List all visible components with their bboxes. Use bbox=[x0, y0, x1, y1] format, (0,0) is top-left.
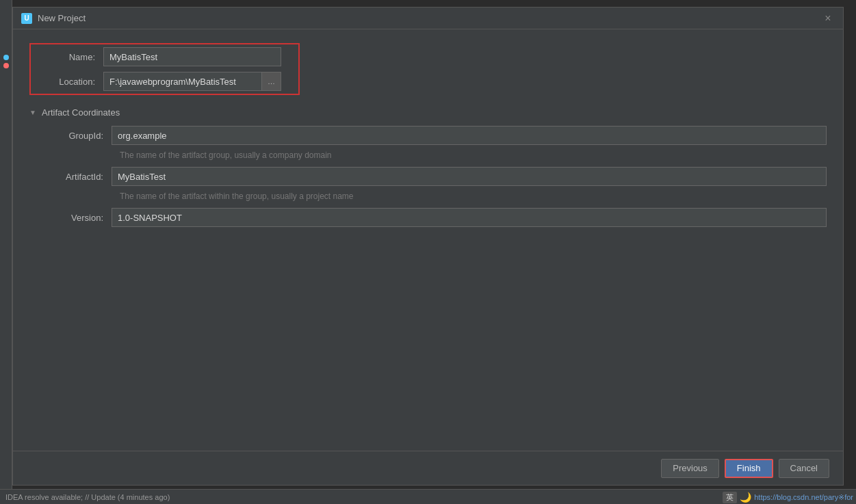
location-row: Location: … bbox=[35, 72, 294, 91]
artifact-section-title: Artifact Coordinates bbox=[42, 107, 120, 118]
project-icon: U bbox=[21, 13, 32, 24]
artifact-section-content: GroupId: The name of the artifact group,… bbox=[29, 126, 827, 227]
sidebar-strip bbox=[0, 0, 12, 504]
groupid-label: GroupId: bbox=[43, 131, 112, 141]
groupid-input[interactable] bbox=[112, 126, 827, 145]
location-label: Location: bbox=[35, 77, 103, 87]
artifactid-input[interactable] bbox=[112, 167, 827, 186]
browse-button[interactable]: … bbox=[262, 72, 281, 91]
lang-badge: 英 bbox=[723, 492, 737, 503]
status-right: 英 🌙 https://blog.csdn.net/pary※for bbox=[723, 490, 856, 504]
groupid-hint: The name of the artifact group, usually … bbox=[120, 150, 827, 160]
sidebar-dot bbox=[3, 55, 9, 60]
groupid-row: GroupId: bbox=[43, 126, 827, 145]
name-location-highlight-box: Name: Location: … bbox=[29, 43, 300, 95]
dialog-titlebar: U New Project × bbox=[13, 8, 843, 29]
status-bar: IDEA resolve available; // Update (4 min… bbox=[0, 489, 856, 504]
previous-button[interactable]: Previous bbox=[661, 459, 719, 478]
cancel-button[interactable]: Cancel bbox=[779, 459, 829, 478]
location-input[interactable] bbox=[103, 72, 262, 91]
name-input[interactable] bbox=[103, 47, 281, 66]
version-label: Version: bbox=[43, 213, 112, 223]
sidebar-dot2 bbox=[3, 63, 9, 68]
artifactid-row: ArtifactId: bbox=[43, 167, 827, 186]
moon-icon: 🌙 bbox=[740, 492, 751, 503]
artifact-section-header[interactable]: ▼ Artifact Coordinates bbox=[29, 107, 827, 118]
collapse-arrow-icon: ▼ bbox=[29, 109, 38, 117]
version-input[interactable] bbox=[112, 208, 827, 227]
name-row: Name: bbox=[35, 47, 294, 66]
dialog-footer: Previous Finish Cancel bbox=[13, 451, 843, 485]
dialog-content: Name: Location: … ▼ Artifact Coordinates bbox=[13, 29, 843, 451]
status-url: https://blog.csdn.net/pary※for bbox=[754, 493, 853, 502]
version-row: Version: bbox=[43, 208, 827, 227]
status-text: IDEA resolve available; // Update (4 min… bbox=[5, 493, 170, 501]
finish-button[interactable]: Finish bbox=[725, 459, 773, 478]
name-label: Name: bbox=[35, 52, 103, 62]
artifactid-hint: The name of the artifact within the grou… bbox=[120, 191, 827, 201]
dialog-title: New Project bbox=[38, 13, 821, 23]
location-input-group: … bbox=[103, 72, 281, 91]
browse-icon: … bbox=[268, 77, 275, 85]
new-project-dialog: U New Project × Name: Location: … bbox=[12, 7, 844, 486]
close-button[interactable]: × bbox=[821, 12, 835, 25]
artifactid-label: ArtifactId: bbox=[43, 172, 112, 182]
